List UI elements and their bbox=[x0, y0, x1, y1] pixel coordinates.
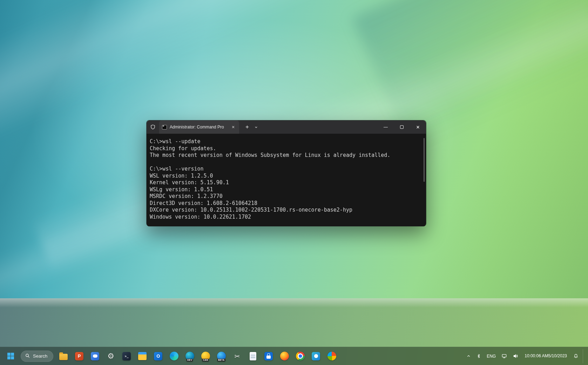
edge-canary-badge: CAN bbox=[202, 359, 209, 361]
taskbar-app-folder[interactable] bbox=[56, 349, 70, 363]
terminal-line: C:\>wsl --update bbox=[150, 138, 422, 145]
edge-icon bbox=[169, 352, 178, 361]
taskbar-app-store[interactable] bbox=[262, 349, 276, 363]
notification-bell-icon[interactable] bbox=[571, 349, 581, 363]
terminal-tab[interactable]: Administrator: Command Pro ✕ bbox=[159, 120, 239, 134]
tab-dropdown-icon[interactable] bbox=[252, 122, 260, 132]
bluetooth-icon[interactable] bbox=[474, 349, 483, 363]
hidden-icons-chevron-icon[interactable] bbox=[464, 349, 473, 363]
taskbar-app-firefox[interactable] bbox=[277, 349, 291, 363]
volume-icon[interactable] bbox=[511, 349, 520, 363]
edge-dev-icon: DEV bbox=[185, 352, 194, 361]
terminal-line: Checking for updates. bbox=[150, 145, 422, 152]
taskbar-app-chat[interactable] bbox=[88, 349, 102, 363]
network-icon[interactable] bbox=[499, 349, 509, 363]
terminal-line: Kernel version: 5.15.90.1 bbox=[150, 179, 422, 186]
show-desktop-button[interactable] bbox=[583, 349, 584, 363]
terminal-scrollbar[interactable] bbox=[424, 138, 425, 182]
taskbar-app-settings[interactable]: ⚙ bbox=[104, 349, 118, 363]
taskbar-app-snipping-tool[interactable]: ✂ bbox=[230, 349, 244, 363]
photos-icon bbox=[311, 352, 320, 361]
taskbar-app-edge-dev[interactable]: DEV bbox=[183, 349, 197, 363]
settings-gear-icon: ⚙ bbox=[106, 352, 115, 361]
desktop: Administrator: Command Pro ✕ + — ✕ C:\>w… bbox=[0, 0, 588, 365]
terminal-output: C:\>wsl --update Checking for updates. T… bbox=[147, 134, 426, 226]
terminal-icon: >_ bbox=[122, 352, 131, 361]
tray-date: 5/10/2023 bbox=[548, 353, 567, 359]
file-explorer-icon bbox=[138, 352, 147, 361]
tray-time: 10:00:06 AM bbox=[525, 353, 548, 359]
cmd-icon bbox=[162, 125, 167, 130]
chat-icon bbox=[90, 352, 100, 361]
terminal-line: DXCore version: 10.0.25131.1002-220531-1… bbox=[150, 207, 422, 214]
powerpoint-icon: P bbox=[75, 352, 84, 361]
search-label: Search bbox=[33, 353, 47, 359]
maximize-button[interactable] bbox=[394, 120, 410, 134]
taskbar: Search P ⚙ >_ O DEV bbox=[0, 347, 588, 365]
taskbar-app-edge[interactable] bbox=[167, 349, 181, 363]
taskbar-app-paint[interactable] bbox=[325, 349, 339, 363]
tab-title: Administrator: Command Pro bbox=[170, 125, 227, 130]
start-button[interactable] bbox=[4, 349, 18, 363]
close-button[interactable]: ✕ bbox=[410, 120, 426, 134]
store-icon bbox=[264, 352, 273, 361]
terminal-titlebar[interactable]: Administrator: Command Pro ✕ + — ✕ bbox=[147, 120, 426, 134]
terminal-line: The most recent version of Windows Subsy… bbox=[150, 152, 422, 159]
paint-icon bbox=[327, 352, 336, 361]
firefox-icon bbox=[280, 352, 289, 361]
outlook-icon: O bbox=[154, 352, 163, 361]
taskbar-app-terminal[interactable]: >_ bbox=[120, 349, 134, 363]
taskbar-app-photos[interactable] bbox=[309, 349, 323, 363]
terminal-line: WSLg version: 1.0.51 bbox=[150, 186, 422, 193]
taskbar-app-edge-beta[interactable]: BETA bbox=[214, 349, 228, 363]
terminal-line: Windows version: 10.0.22621.1702 bbox=[150, 214, 422, 221]
terminal-line: MSRDC version: 1.2.3770 bbox=[150, 193, 422, 200]
taskbar-app-edge-canary[interactable]: CAN bbox=[198, 349, 212, 363]
taskbar-app-outlook[interactable]: O bbox=[151, 349, 165, 363]
taskbar-app-file-explorer[interactable] bbox=[135, 349, 149, 363]
language-indicator[interactable]: ENG bbox=[485, 349, 498, 363]
edge-beta-icon: BETA bbox=[217, 352, 226, 361]
notepad-icon bbox=[248, 352, 257, 361]
edge-canary-icon: CAN bbox=[201, 352, 210, 361]
edge-dev-badge: DEV bbox=[187, 359, 193, 361]
snipping-tool-icon: ✂ bbox=[232, 352, 242, 361]
chrome-icon bbox=[296, 352, 305, 361]
terminal-line: WSL version: 1.2.5.0 bbox=[150, 173, 422, 180]
terminal-line bbox=[150, 159, 422, 166]
search-box[interactable]: Search bbox=[21, 351, 53, 362]
terminal-line: C:\>wsl --version bbox=[150, 166, 422, 173]
folder-icon bbox=[59, 352, 68, 361]
minimize-button[interactable]: — bbox=[378, 120, 394, 134]
system-tray: ENG 10:00:06 AM 5/10/2023 bbox=[464, 349, 584, 363]
search-icon bbox=[25, 353, 30, 359]
tab-close-icon[interactable]: ✕ bbox=[230, 124, 236, 130]
taskbar-app-notepad[interactable] bbox=[246, 349, 260, 363]
terminal-line: Direct3D version: 1.608.2-61064218 bbox=[150, 200, 422, 207]
admin-shield-icon bbox=[147, 124, 159, 130]
terminal-window: Administrator: Command Pro ✕ + — ✕ C:\>w… bbox=[146, 120, 426, 226]
taskbar-app-chrome[interactable] bbox=[293, 349, 307, 363]
new-tab-button[interactable]: + bbox=[243, 122, 252, 132]
taskbar-app-powerpoint[interactable]: P bbox=[72, 349, 86, 363]
edge-beta-badge: BETA bbox=[217, 359, 225, 361]
clock[interactable]: 10:00:06 AM 5/10/2023 bbox=[522, 349, 570, 363]
window-controls: — ✕ bbox=[378, 120, 426, 134]
